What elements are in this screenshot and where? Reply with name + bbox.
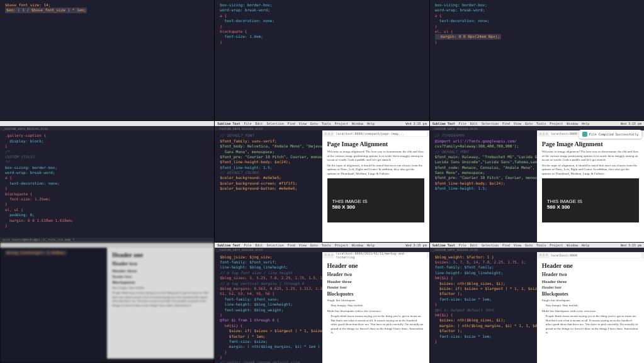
- code-line: margin: 0 0 0px(24em 0px);: [435, 34, 501, 39]
- menu-item[interactable]: File: [459, 243, 466, 247]
- tabbar[interactable]: _custom_vars_mixins.scss: [0, 126, 214, 130]
- url-bar[interactable]: localhost:8000/2013/01/11/markup-and-for…: [334, 252, 427, 260]
- tabbar[interactable]: _custom_vars_mixins.scss: [215, 126, 429, 130]
- code-line: /*: [5, 149, 9, 154]
- menu-item[interactable]: Find: [288, 243, 295, 247]
- code-line: box-sizing: border-box;: [435, 3, 487, 7]
- code-editor: $blog_lineheight: 1.618em;: [0, 248, 107, 258]
- minimize-icon[interactable]: [328, 133, 330, 135]
- menubar[interactable]: Sublime TextFileEditSelectionFindViewGot…: [215, 243, 429, 248]
- zoom-icon[interactable]: [331, 254, 333, 256]
- menu-item[interactable]: Edit: [470, 243, 478, 247]
- code-editor[interactable]: $blog_weight: $factor: 1 }$sizes: 3, 7, …: [430, 252, 537, 347]
- code-editor[interactable]: $base_font_size: 14; $em: ( 1 / $base_fo…: [0, 0, 214, 16]
- code-line: h#{$i} {: [220, 323, 242, 328]
- menubar[interactable]: Sublime TextFileEditSelectionFindViewGot…: [215, 121, 429, 126]
- menu-item[interactable]: Help: [367, 243, 375, 247]
- close-icon[interactable]: [539, 133, 541, 135]
- code-line: font-size: 1.0em;: [220, 34, 263, 38]
- menu-item[interactable]: Goto: [525, 243, 533, 247]
- menu-item[interactable]: Goto: [310, 243, 318, 247]
- menu-item[interactable]: Tools: [536, 122, 546, 125]
- menu-item[interactable]: Help: [582, 243, 589, 247]
- menu-item[interactable]: Help: [367, 122, 375, 125]
- code-line: font-size: $size * 1em;: [435, 297, 492, 301]
- tabbar[interactable]: _custom_vars_mixins.scss: [430, 248, 644, 252]
- menu-item[interactable]: Selection: [267, 243, 284, 247]
- browser-window: localhost:8000/somepath/page-imag... Pag…: [322, 130, 429, 241]
- screenshot-grid: $base_font_size: 14; $em: ( 1 / $base_fo…: [0, 0, 644, 363]
- code-editor[interactable]: box-sizing: border-box;word-wrap: break-…: [215, 0, 429, 47]
- cell-r2c2: Sublime TextFileEditSelectionFindViewGot…: [215, 121, 429, 241]
- code-line: h1, h2, h3, h4, h5, h6 {: [220, 291, 274, 296]
- menu-item[interactable]: Project: [550, 122, 563, 125]
- menubar[interactable]: Sublime TextFileEditSelectionFindViewGot…: [430, 121, 644, 126]
- code-editor[interactable]: box-sizing: border-box;word-wrap: break-…: [430, 0, 644, 47]
- menubar: [0, 243, 214, 248]
- menu-item[interactable]: Project: [550, 243, 563, 247]
- url-bar[interactable]: localhost:8000/somepath/page-imag...: [334, 131, 427, 136]
- browser-chrome[interactable]: localhost:8000/somepath/page-imag...: [322, 130, 429, 137]
- minimize-icon[interactable]: [328, 254, 330, 256]
- menu-item[interactable]: Goto: [310, 122, 318, 125]
- menu-item[interactable]: File: [459, 122, 466, 125]
- menu-item[interactable]: View: [299, 243, 307, 247]
- code-editor[interactable]: $blog_jsize: $jng_size;font-family: $fon…: [215, 252, 322, 363]
- menu-item[interactable]: Window: [352, 122, 363, 125]
- code-line: Sans Mono", monospace;: [220, 149, 274, 154]
- close-icon[interactable]: [325, 133, 327, 135]
- code-editor[interactable]: // TYPOGRAPHY@import url('//fonts.google…: [430, 130, 537, 193]
- menu-item[interactable]: Tools: [322, 243, 331, 247]
- menu-item[interactable]: Edit: [470, 122, 478, 125]
- browser-window: Header one Header two Header three Heade…: [107, 248, 214, 359]
- close-icon[interactable]: [325, 254, 327, 256]
- zoom-icon[interactable]: [546, 254, 548, 256]
- url-bar[interactable]: localhost:8000: [549, 253, 641, 258]
- tabbar[interactable]: _custom_vars_mixins.scss: [215, 248, 429, 252]
- menu-item[interactable]: View: [299, 122, 307, 125]
- zoom-icon[interactable]: [331, 133, 333, 135]
- menu-item[interactable]: Selection: [482, 122, 499, 125]
- tab[interactable]: _custom_vars_mixins.scss: [217, 127, 263, 130]
- menu-item[interactable]: Edit: [256, 122, 263, 125]
- menu-item[interactable]: Tools: [322, 122, 331, 125]
- paragraph: Welcome to image alignment! The best way…: [542, 150, 639, 163]
- browser-chrome[interactable]: localhost:8000: [537, 252, 644, 258]
- close-icon[interactable]: [539, 254, 541, 256]
- menu-item[interactable]: Find: [288, 122, 295, 125]
- heading-3: Header three: [112, 268, 209, 274]
- menu-item[interactable]: View: [514, 243, 521, 247]
- tab[interactable]: _custom_vars_mixins.scss: [432, 248, 478, 251]
- heading-3: Header three: [542, 279, 639, 284]
- menu-item[interactable]: File: [244, 243, 251, 247]
- tab[interactable]: _custom_vars_mixins.scss: [432, 127, 478, 130]
- menu-item[interactable]: Window: [567, 122, 578, 125]
- minimize-icon[interactable]: [543, 133, 545, 135]
- menu-item[interactable]: Selection: [267, 122, 284, 125]
- menu-item[interactable]: Goto: [525, 122, 533, 125]
- tab[interactable]: _custom_vars_mixins.scss: [3, 127, 48, 130]
- menu-item[interactable]: Help: [582, 122, 589, 125]
- browser-chrome[interactable]: localhost:8000/2013/01/11/markup-and-for…: [322, 252, 429, 258]
- menubar[interactable]: Sublime TextFileEditSelectionFindViewGot…: [430, 243, 644, 248]
- menu-item[interactable]: Edit: [256, 243, 263, 247]
- menu-item[interactable]: Selection: [482, 243, 499, 247]
- menu-item[interactable]: Window: [352, 243, 363, 247]
- menu-item[interactable]: File: [244, 122, 251, 125]
- menu-item[interactable]: Project: [335, 243, 348, 247]
- menu-item[interactable]: Window: [567, 243, 578, 247]
- notification[interactable]: File Compiled Successfully: [579, 130, 641, 139]
- code-editor[interactable]: // DEFAULT_FONT$font_family: sans-serif;…: [215, 130, 322, 193]
- minimize-icon[interactable]: [543, 254, 545, 256]
- menu-item[interactable]: Tools: [536, 243, 546, 247]
- code-editor[interactable]: .gallery-caption { display: block;}/*CUS…: [0, 130, 214, 231]
- zoom-icon[interactable]: [546, 133, 548, 135]
- paragraph: Single line blockquote: [327, 299, 424, 303]
- menubar[interactable]: [0, 121, 214, 126]
- code-line: font-size: 1.25em;: [5, 197, 50, 201]
- menu-item[interactable]: Find: [502, 243, 510, 247]
- menu-item[interactable]: View: [514, 122, 521, 125]
- menu-item[interactable]: Find: [502, 122, 510, 125]
- tab[interactable]: _custom_vars_mixins.scss: [217, 248, 263, 251]
- menu-item[interactable]: Project: [335, 122, 348, 125]
